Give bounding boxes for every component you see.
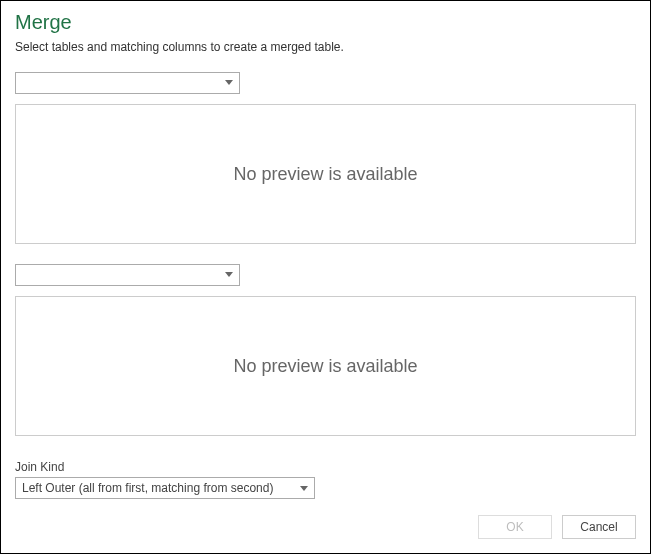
second-table-dropdown[interactable] xyxy=(15,264,240,286)
merge-dialog: Merge Select tables and matching columns… xyxy=(0,0,651,554)
chevron-down-icon xyxy=(300,481,308,495)
join-kind-selected: Left Outer (all from first, matching fro… xyxy=(22,481,300,495)
first-table-preview: No preview is available xyxy=(15,104,636,244)
dialog-title: Merge xyxy=(15,11,636,34)
join-kind-label: Join Kind xyxy=(15,460,636,474)
dialog-instruction: Select tables and matching columns to cr… xyxy=(15,40,636,54)
cancel-button[interactable]: Cancel xyxy=(562,515,636,539)
chevron-down-icon xyxy=(225,80,233,86)
second-table-preview: No preview is available xyxy=(15,296,636,436)
second-preview-message: No preview is available xyxy=(233,356,417,377)
chevron-down-icon xyxy=(225,272,233,278)
first-table-dropdown[interactable] xyxy=(15,72,240,94)
first-preview-message: No preview is available xyxy=(233,164,417,185)
join-kind-dropdown[interactable]: Left Outer (all from first, matching fro… xyxy=(15,477,315,499)
dialog-button-row: OK Cancel xyxy=(15,515,636,539)
ok-button[interactable]: OK xyxy=(478,515,552,539)
